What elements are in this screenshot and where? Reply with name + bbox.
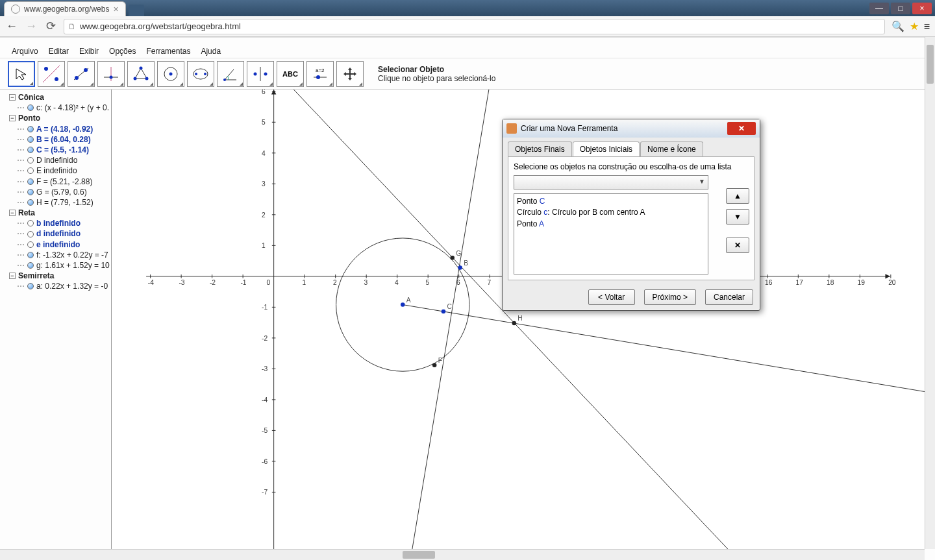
back-button[interactable]: ← [5, 20, 18, 33]
tool-circle[interactable] [157, 61, 184, 87]
algebra-label: b indefinido [36, 218, 81, 228]
menu-ajuda[interactable]: Ajuda [197, 45, 225, 57]
algebra-item[interactable]: ⋯G = (5.79, 0.6) [9, 187, 110, 197]
dialog-tab[interactable]: Objetos Iniciais [573, 141, 640, 156]
menu-opções[interactable]: Opções [105, 45, 140, 57]
reload-button[interactable]: ⟳ [44, 20, 57, 33]
scroll-thumb[interactable] [927, 45, 934, 84]
maximize-button[interactable]: □ [891, 3, 910, 14]
scrollbar-vertical[interactable] [925, 37, 935, 549]
visibility-toggle[interactable] [27, 252, 34, 258]
collapse-icon[interactable]: − [9, 94, 16, 101]
menu-editar[interactable]: Editar [45, 45, 73, 57]
svg-point-14 [169, 72, 173, 75]
dialog-titlebar[interactable]: Criar uma Nova Ferramenta ✕ [503, 119, 760, 138]
back-button[interactable]: < Voltar [588, 289, 635, 305]
algebra-group[interactable]: −Semirreta [9, 271, 110, 281]
collapse-icon[interactable]: − [9, 210, 16, 216]
visibility-toggle[interactable] [27, 231, 34, 237]
algebra-group[interactable]: −Reta [9, 208, 110, 218]
list-item[interactable]: Ponto A [517, 219, 705, 230]
algebra-item[interactable]: ⋯C = (5.5, -1.14) [9, 145, 110, 155]
list-item[interactable]: Círculo c: Círculo por B com centro A [517, 207, 705, 218]
remove-button[interactable]: ✕ [726, 237, 749, 253]
algebra-label: c: (x - 4.18)² + (y + 0. [36, 103, 109, 113]
object-listbox[interactable]: Ponto CCírculo c: Círculo por B com cent… [514, 193, 708, 274]
visibility-toggle[interactable] [27, 220, 34, 226]
tool-line[interactable] [68, 61, 95, 87]
visibility-toggle[interactable] [27, 157, 34, 164]
menu-exibir[interactable]: Exibir [75, 45, 103, 57]
menu-arquivo[interactable]: Arquivo [8, 45, 42, 57]
cancel-button[interactable]: Cancelar [705, 289, 753, 305]
scrollbar-horizontal[interactable] [0, 549, 925, 560]
tool-conic[interactable] [187, 61, 214, 87]
algebra-item[interactable]: ⋯a: 0.22x + 1.32y = -0 [9, 281, 110, 291]
dialog-close-button[interactable]: ✕ [727, 122, 756, 135]
collapse-icon[interactable]: − [9, 273, 16, 279]
collapse-icon[interactable]: − [9, 115, 16, 121]
new-tab-button[interactable] [129, 5, 144, 16]
visibility-toggle[interactable] [27, 262, 34, 269]
svg-text:-2: -2 [262, 335, 268, 342]
tool-reflect[interactable] [247, 61, 274, 87]
scroll-thumb[interactable] [403, 551, 435, 559]
tool-move[interactable] [8, 61, 35, 87]
move-up-button[interactable]: ▲ [726, 188, 749, 204]
visibility-toggle[interactable] [27, 199, 34, 206]
tool-point[interactable] [38, 61, 65, 87]
svg-text:F: F [438, 357, 442, 364]
algebra-item[interactable]: ⋯D indefinido [9, 155, 110, 165]
svg-point-17 [204, 73, 206, 75]
visibility-toggle[interactable] [27, 241, 34, 248]
algebra-group[interactable]: −Cônica [9, 92, 110, 103]
visibility-toggle[interactable] [27, 126, 34, 132]
visibility-toggle[interactable] [27, 189, 34, 195]
algebra-item[interactable]: ⋯e indefinido [9, 239, 110, 250]
menu-ferramentas[interactable]: Ferramentas [142, 45, 194, 57]
object-combo[interactable] [514, 175, 708, 189]
url-input[interactable]: 🗋 www.geogebra.org/webstart/geogebra.htm… [64, 19, 885, 34]
tool-polygon[interactable] [127, 61, 155, 87]
algebra-item[interactable]: ⋯E indefinido [9, 165, 110, 176]
dialog-tab[interactable]: Objetos Finais [508, 141, 572, 156]
dialog-tab[interactable]: Nome e Ícone [640, 141, 703, 156]
tab-close-icon[interactable]: × [113, 4, 118, 14]
bookmark-star-icon[interactable]: ★ [910, 20, 919, 32]
algebra-item[interactable]: ⋯B = (6.04, 0.28) [9, 134, 110, 145]
algebra-item[interactable]: ⋯b indefinido [9, 218, 110, 228]
tool-move-view[interactable] [336, 61, 364, 87]
algebra-item[interactable]: ⋯d indefinido [9, 228, 110, 239]
algebra-item[interactable]: ⋯g: 1.61x + 1.52y = 10 [9, 260, 110, 271]
visibility-toggle[interactable] [27, 283, 34, 289]
algebra-group[interactable]: −Ponto [9, 113, 110, 123]
visibility-toggle[interactable] [27, 147, 34, 153]
tool-text[interactable]: ABC [277, 61, 304, 87]
minimize-button[interactable]: — [869, 3, 889, 14]
page-icon: 🗋 [68, 22, 76, 31]
algebra-item[interactable]: ⋯f: -1.32x + 0.22y = -7 [9, 250, 110, 260]
algebra-item[interactable]: ⋯H = (7.79, -1.52) [9, 197, 110, 208]
svg-text:6: 6 [262, 90, 266, 95]
algebra-panel[interactable]: −Cônica⋯c: (x - 4.18)² + (y + 0.−Ponto⋯A… [8, 90, 112, 549]
svg-text:3: 3 [364, 279, 368, 286]
close-window-button[interactable]: × [912, 3, 932, 14]
svg-text:-6: -6 [262, 458, 268, 465]
zoom-icon[interactable]: 🔍 [891, 20, 904, 32]
browser-tab[interactable]: www.geogebra.org/webs × [4, 1, 126, 16]
visibility-toggle[interactable] [27, 167, 34, 174]
visibility-toggle[interactable] [27, 178, 34, 185]
tool-angle[interactable] [217, 61, 244, 87]
visibility-toggle[interactable] [27, 136, 34, 143]
menu-icon[interactable]: ≡ [924, 21, 930, 32]
algebra-item[interactable]: ⋯A = (4.18, -0.92) [9, 124, 110, 134]
visibility-toggle[interactable] [27, 104, 34, 111]
algebra-item[interactable]: ⋯c: (x - 4.18)² + (y + 0. [9, 103, 110, 113]
algebra-item[interactable]: ⋯F = (5.21, -2.88) [9, 177, 110, 187]
move-down-button[interactable]: ▼ [726, 209, 749, 225]
tool-slider[interactable]: a=2 [306, 61, 334, 87]
list-item[interactable]: Ponto C [517, 196, 705, 207]
tool-perp[interactable] [97, 61, 125, 87]
forward-button[interactable]: → [25, 20, 38, 33]
next-button[interactable]: Próximo > [644, 289, 696, 305]
